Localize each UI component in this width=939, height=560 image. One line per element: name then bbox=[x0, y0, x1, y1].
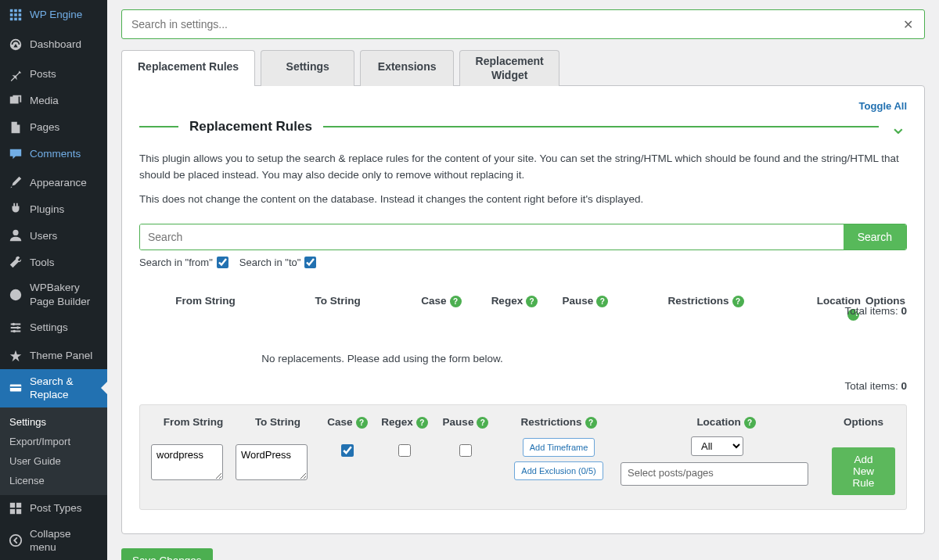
add-rule-form: From String To String Case? Regex? Pause… bbox=[139, 404, 907, 510]
sidebar-item-post-types[interactable]: Post Types bbox=[0, 495, 107, 522]
svg-point-9 bbox=[16, 99, 18, 101]
pause-checkbox[interactable] bbox=[459, 444, 472, 457]
h-location: Location? bbox=[621, 416, 832, 429]
search-in-from-label[interactable]: Search in "from" bbox=[139, 257, 228, 268]
svg-rect-16 bbox=[10, 387, 21, 389]
svg-rect-3 bbox=[10, 13, 13, 16]
sidebar-item-plugins[interactable]: Plugins bbox=[0, 196, 107, 222]
svg-rect-0 bbox=[10, 9, 13, 13]
add-rule-header: From String To String Case? Regex? Pause… bbox=[151, 416, 895, 429]
sidebar-item-media[interactable]: Media bbox=[0, 88, 107, 114]
sidebar-item-label: Comments bbox=[30, 147, 81, 161]
select-posts-input[interactable]: Select posts/pages bbox=[621, 462, 808, 486]
sidebar-item-dashboard[interactable]: Dashboard bbox=[0, 30, 107, 59]
svg-rect-18 bbox=[16, 503, 21, 508]
sidebar-item-theme-panel[interactable]: Theme Panel bbox=[0, 343, 107, 369]
tab-replacement-rules[interactable]: Replacement Rules bbox=[121, 50, 255, 86]
help-icon[interactable]: ? bbox=[526, 296, 538, 307]
wpbakery-icon bbox=[8, 287, 23, 303]
card-icon bbox=[8, 380, 23, 396]
help-icon[interactable]: ? bbox=[732, 296, 744, 307]
sidebar-submenu: Settings Export/Import User Guide Licens… bbox=[0, 407, 107, 495]
admin-sidebar: WP Engine Dashboard Posts Media Pages Co… bbox=[0, 0, 107, 560]
page-icon bbox=[8, 120, 23, 135]
sidebar-item-search-replace[interactable]: Search & Replace bbox=[0, 369, 107, 407]
sidebar-item-users[interactable]: Users bbox=[0, 222, 107, 249]
add-timeframe-button[interactable]: Add Timeframe bbox=[523, 438, 595, 457]
submenu-item-settings[interactable]: Settings bbox=[0, 412, 107, 432]
help-icon[interactable]: ? bbox=[477, 417, 488, 429]
sidebar-item-label: WPBakery Page Builder bbox=[30, 281, 99, 308]
search-in-to-label[interactable]: Search in "to" bbox=[239, 257, 317, 268]
settings-search-input[interactable] bbox=[130, 13, 900, 35]
user-icon bbox=[8, 228, 23, 243]
submenu-item-user-guide[interactable]: User Guide bbox=[0, 451, 107, 471]
svg-rect-6 bbox=[10, 18, 13, 21]
star-icon bbox=[8, 348, 23, 364]
case-checkbox[interactable] bbox=[341, 444, 354, 457]
sidebar-item-label: Collapse menu bbox=[30, 527, 99, 555]
svg-rect-7 bbox=[14, 18, 17, 21]
col-pause: Pause? bbox=[550, 295, 621, 307]
brush-icon bbox=[8, 174, 23, 190]
total-items-bottom: Total items: 0 bbox=[139, 380, 907, 392]
collapse-icon bbox=[8, 533, 23, 548]
sidebar-item-collapse[interactable]: Collapse menu bbox=[0, 522, 107, 560]
sidebar-item-wpbakery[interactable]: WPBakery Page Builder bbox=[0, 275, 107, 314]
search-in-from-checkbox[interactable] bbox=[217, 257, 228, 268]
help-icon[interactable]: ? bbox=[596, 296, 608, 307]
sidebar-item-settings[interactable]: Settings bbox=[0, 314, 107, 341]
help-icon[interactable]: ? bbox=[585, 417, 597, 429]
settings-search-bar: ✕ bbox=[121, 9, 925, 39]
sidebar-item-label: Dashboard bbox=[30, 38, 81, 52]
rules-search-input[interactable] bbox=[140, 224, 844, 249]
tab-replacement-widget[interactable]: Replacement Widget bbox=[459, 50, 559, 86]
h-regex: Regex? bbox=[375, 416, 434, 429]
svg-rect-5 bbox=[19, 13, 22, 16]
help-icon[interactable]: ? bbox=[450, 296, 462, 307]
save-changes-button[interactable]: Save Changes bbox=[121, 548, 213, 560]
svg-point-14 bbox=[13, 329, 16, 332]
help-icon[interactable]: ? bbox=[356, 417, 368, 429]
help-icon[interactable]: ? bbox=[744, 417, 756, 429]
sidebar-item-comments[interactable]: Comments bbox=[0, 141, 107, 167]
grid-icon bbox=[8, 501, 23, 516]
add-exclusion-button[interactable]: Add Exclusion (0/5) bbox=[514, 461, 603, 480]
rules-search-button[interactable]: Search bbox=[844, 224, 906, 249]
chevron-down-icon[interactable]: ⌄ bbox=[890, 117, 907, 137]
h-to: To String bbox=[236, 416, 320, 429]
sidebar-item-appearance[interactable]: Appearance bbox=[0, 169, 107, 196]
tab-extensions[interactable]: Extensions bbox=[360, 50, 454, 86]
svg-point-10 bbox=[13, 230, 18, 235]
col-to-string: To String bbox=[272, 295, 404, 307]
location-select[interactable]: All bbox=[691, 436, 743, 456]
h-from: From String bbox=[151, 416, 236, 429]
help-icon[interactable]: ? bbox=[416, 417, 428, 429]
media-icon bbox=[8, 93, 23, 109]
regex-checkbox[interactable] bbox=[398, 444, 411, 457]
add-new-rule-button[interactable]: Add New Rule bbox=[832, 447, 895, 495]
sidebar-item-label: Users bbox=[30, 229, 57, 243]
pin-icon bbox=[8, 66, 23, 82]
sidebar-item-label: Media bbox=[30, 94, 59, 108]
sidebar-item-wpengine[interactable]: WP Engine bbox=[0, 0, 107, 30]
panel-replacement-rules: Toggle All Replacement Rules ⌄ This plug… bbox=[121, 85, 925, 534]
sidebar-item-pages[interactable]: Pages bbox=[0, 114, 107, 141]
sidebar-item-posts[interactable]: Posts bbox=[0, 61, 107, 88]
to-string-input[interactable] bbox=[236, 444, 308, 480]
search-in-to-checkbox[interactable] bbox=[304, 257, 316, 268]
svg-point-12 bbox=[13, 322, 16, 325]
sidebar-item-tools[interactable]: Tools bbox=[0, 249, 107, 275]
wrench-icon bbox=[8, 254, 23, 270]
from-string-input[interactable] bbox=[151, 444, 223, 480]
plug-icon bbox=[8, 201, 23, 217]
submenu-item-export-import[interactable]: Export/Import bbox=[0, 432, 107, 451]
sidebar-item-label: Posts bbox=[30, 67, 56, 81]
toggle-all-link[interactable]: Toggle All bbox=[139, 100, 907, 112]
submenu-item-license[interactable]: License bbox=[0, 471, 107, 490]
tab-settings[interactable]: Settings bbox=[261, 50, 354, 86]
add-rule-row: Add Timeframe Add Exclusion (0/5) All Se… bbox=[151, 436, 895, 495]
svg-rect-2 bbox=[19, 9, 22, 13]
close-icon[interactable]: ✕ bbox=[900, 16, 916, 34]
svg-point-21 bbox=[10, 535, 21, 546]
